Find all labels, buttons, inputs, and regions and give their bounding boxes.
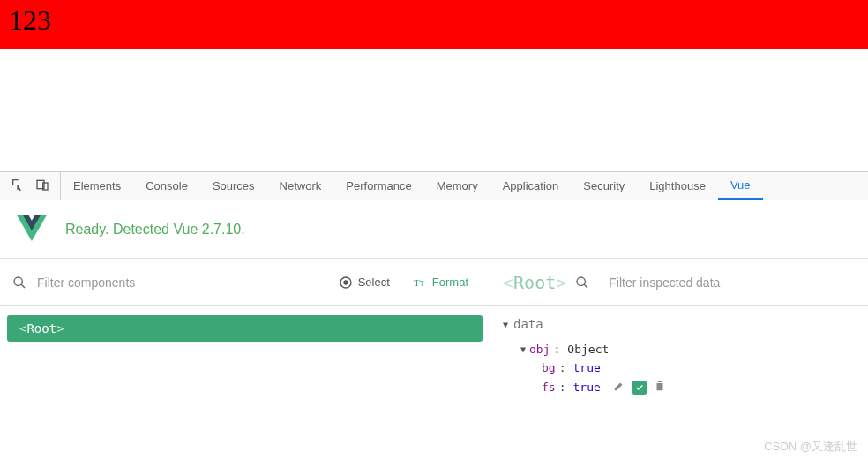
svg-text:T: T (414, 278, 420, 288)
tab-lighthouse[interactable]: Lighthouse (637, 172, 718, 200)
tab-icons (0, 172, 61, 200)
filter-data-input[interactable] (609, 275, 856, 290)
data-section: ▼ data ▼ obj: Object bg: true fs: true (490, 306, 868, 408)
data-row-obj[interactable]: ▼ obj: Object (503, 340, 856, 358)
format-label: Format (432, 275, 468, 289)
inspect-icon[interactable] (11, 177, 25, 194)
tab-console[interactable]: Console (133, 172, 200, 200)
data-row-fs[interactable]: fs: true (503, 377, 856, 397)
devtools-tab-bar: Elements Console Sources Network Perform… (0, 172, 868, 200)
caret-down-icon: ▼ (503, 320, 508, 329)
svg-line-3 (21, 284, 25, 288)
data-header[interactable]: ▼ data (503, 317, 856, 331)
edit-icon[interactable] (613, 380, 625, 395)
check-icon[interactable] (632, 381, 647, 395)
select-button[interactable]: Select (330, 272, 399, 293)
inspector-toolbar: <Root> (490, 259, 868, 306)
svg-point-5 (344, 281, 348, 284)
search-icon (12, 275, 26, 290)
tab-security[interactable]: Security (571, 172, 637, 200)
components-panel: Select TT Format <Root> (0, 259, 490, 449)
tab-vue[interactable]: Vue (718, 172, 763, 200)
tab-performance[interactable]: Performance (333, 172, 423, 200)
caret-down-icon: ▼ (520, 344, 526, 354)
data-row-bg[interactable]: bg: true (503, 358, 856, 377)
svg-text:T: T (420, 280, 424, 288)
spacer (0, 49, 868, 171)
filter-components-input[interactable] (37, 275, 330, 290)
inspected-component: <Root> (503, 272, 566, 293)
tab-network[interactable]: Network (267, 172, 334, 200)
delete-icon[interactable] (654, 380, 666, 395)
vue-logo-icon (16, 215, 48, 244)
devtools-panel: Elements Console Sources Network Perform… (0, 171, 868, 449)
inspector-panel: <Root> ▼ data ▼ obj: Object bg: t (490, 259, 868, 449)
tab-application[interactable]: Application (490, 172, 572, 200)
tab-memory[interactable]: Memory (424, 172, 490, 200)
component-tree: <Root> (0, 306, 490, 351)
components-toolbar: Select TT Format (0, 259, 490, 306)
search-icon (575, 275, 589, 290)
svg-point-2 (14, 277, 22, 285)
tree-node-root[interactable]: <Root> (7, 315, 483, 342)
main-area: Select TT Format <Root> <Root> (0, 259, 868, 449)
page-render: 123 (0, 0, 868, 49)
tab-elements[interactable]: Elements (61, 172, 133, 200)
watermark: CSDN @又逢乱世 (764, 439, 857, 455)
app-content: 123 (9, 4, 51, 36)
status-message: Ready. Detected Vue 2.7.10. (65, 222, 245, 238)
status-bar: Ready. Detected Vue 2.7.10. (0, 200, 868, 259)
select-label: Select (358, 275, 390, 289)
svg-point-8 (577, 277, 585, 285)
svg-line-9 (584, 284, 587, 288)
tabs: Elements Console Sources Network Perform… (61, 172, 868, 200)
format-button[interactable]: TT Format (404, 272, 477, 293)
tab-sources[interactable]: Sources (200, 172, 267, 200)
device-icon[interactable] (35, 177, 49, 194)
